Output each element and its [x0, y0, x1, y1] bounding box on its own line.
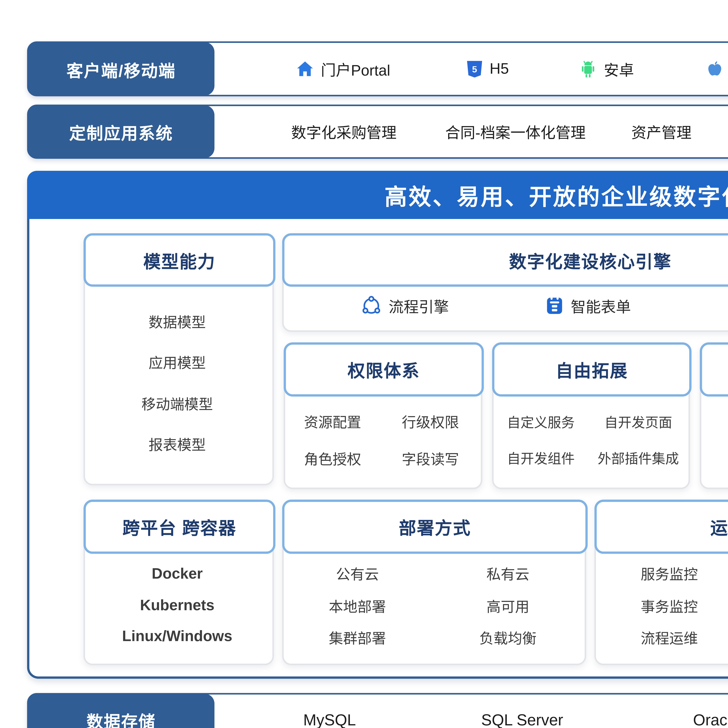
client-item-portal: 门户Portal [296, 58, 390, 80]
deployment-item: 集群部署 [329, 627, 386, 647]
cross-platform-item: Kubernets [140, 596, 214, 614]
permission-item: 角色授权 [304, 448, 361, 468]
storage-item: SQL Server [481, 711, 563, 728]
monitoring-item: 服务监控 [641, 563, 698, 583]
feature-label: 智能表单 [571, 295, 631, 317]
orchestration-title: 编排能力 [700, 342, 728, 396]
permission-item: 行级权限 [402, 411, 459, 431]
client-bar-pill: 客户端/移动端 [28, 42, 214, 95]
smart-form-icon [545, 296, 563, 315]
client-item-label: 门户Portal [321, 58, 390, 80]
client-item-label: H5 [489, 60, 509, 78]
extension-item: 自开发页面 [604, 411, 672, 431]
model-item: 应用模型 [149, 352, 206, 372]
model-item: 移动端模型 [141, 393, 213, 413]
deployment-item: 负载均衡 [479, 627, 537, 647]
monitoring-list: 服务监控 API监控 事务监控 性能监控 流程运维 故障恢复 [595, 552, 728, 658]
apple-icon [706, 60, 723, 78]
architecture-diagram: 客户端/移动端 门户Portal 5 H5 [0, 0, 728, 728]
monitoring-item: 流程运维 [641, 627, 698, 647]
extension-title: 自由拓展 [492, 342, 691, 396]
core-engine-features: 流程引擎 智能表单 [282, 284, 728, 326]
storage-item: MySQL [303, 711, 356, 728]
deployment-item: 私有云 [486, 563, 529, 583]
custom-apps-bar: 定制应用系统 数字化采购管理 合同-档案一体化管理 资产管理 人力资源管理 业务… [27, 104, 728, 159]
deployment-title: 部署方式 [282, 500, 588, 554]
custom-view-icon [727, 295, 728, 316]
deployment-item: 公有云 [336, 563, 379, 583]
client-item-ios: iOS [706, 60, 728, 78]
model-item: 数据模型 [149, 310, 206, 331]
model-capability-title: 模型能力 [84, 233, 275, 287]
client-item-android: 安卓 [579, 58, 634, 80]
cross-platform-title: 跨平台 跨容器 [84, 500, 275, 554]
cross-platform-item: Linux/Windows [122, 627, 232, 645]
custom-app-item: 资产管理 [631, 121, 691, 142]
extension-item: 外部插件集成 [598, 448, 679, 468]
orchestration-list: 前端逻辑编排 后端服务编排 [700, 394, 728, 485]
feature-custom-view: 个性视图 [727, 295, 728, 317]
storage-item: Oracle [693, 711, 728, 728]
permission-list: 资源配置 行级权限 角色授权 字段读写 [284, 394, 479, 485]
client-item-label: 安卓 [604, 58, 634, 80]
monitoring-item: 事务监控 [641, 595, 698, 615]
custom-apps-bar-pill: 定制应用系统 [28, 106, 214, 158]
extension-item: 自开发组件 [507, 448, 575, 468]
model-capability-list: 数据模型 应用模型 移动端模型 报表模型 [84, 290, 271, 475]
html5-icon: 5 [466, 60, 483, 78]
core-engine-title: 数字化建设核心引擎 [282, 233, 728, 287]
permission-item: 字段读写 [402, 448, 459, 468]
extension-item: 自定义服务 [507, 411, 575, 431]
home-icon [296, 60, 314, 78]
deployment-item: 高可用 [486, 595, 529, 615]
workflow-icon [361, 295, 381, 316]
svg-text:5: 5 [472, 64, 477, 74]
deployment-item: 本地部署 [329, 595, 386, 615]
client-bar: 客户端/移动端 门户Portal 5 H5 [27, 41, 728, 96]
permission-title: 权限体系 [284, 342, 484, 396]
platform-banner: 高效、易用、开放的企业级数字化平台 [27, 171, 728, 219]
custom-app-item: 合同-档案一体化管理 [445, 121, 586, 142]
android-icon [579, 60, 597, 78]
feature-workflow: 流程引擎 [361, 295, 449, 317]
monitoring-title: 运维监控 [595, 500, 728, 554]
permission-item: 资源配置 [304, 411, 361, 431]
extension-list: 自定义服务 自开发页面 自开发组件 外部插件集成 [492, 394, 687, 485]
custom-app-item: 数字化采购管理 [291, 121, 397, 142]
feature-smart-form: 智能表单 [545, 295, 631, 317]
storage-bar: 数据存储 MySQL SQL Server Oracle Redis 国产数据库 [27, 693, 728, 728]
deployment-list: 公有云 私有云 本地部署 高可用 集群部署 负载均衡 [282, 552, 583, 658]
storage-bar-pill: 数据存储 [28, 694, 214, 728]
client-item-h5: 5 H5 [466, 60, 509, 78]
cross-platform-list: Docker Kubernets Linux/Windows [84, 552, 271, 658]
cross-platform-item: Docker [152, 565, 203, 583]
model-item: 报表模型 [149, 434, 206, 454]
feature-label: 流程引擎 [388, 295, 449, 317]
